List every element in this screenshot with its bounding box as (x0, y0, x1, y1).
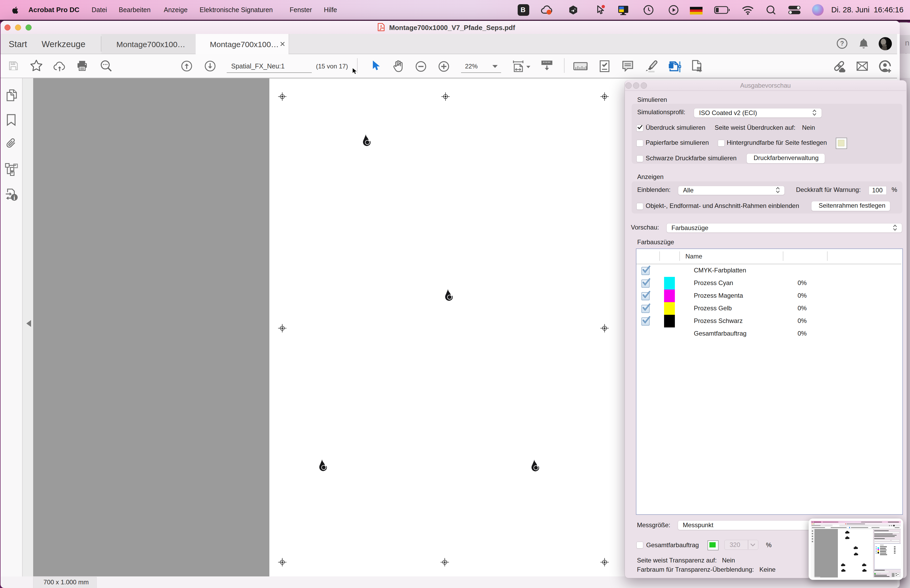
svg-text:?: ? (840, 40, 844, 47)
svg-text:i: i (13, 194, 15, 201)
